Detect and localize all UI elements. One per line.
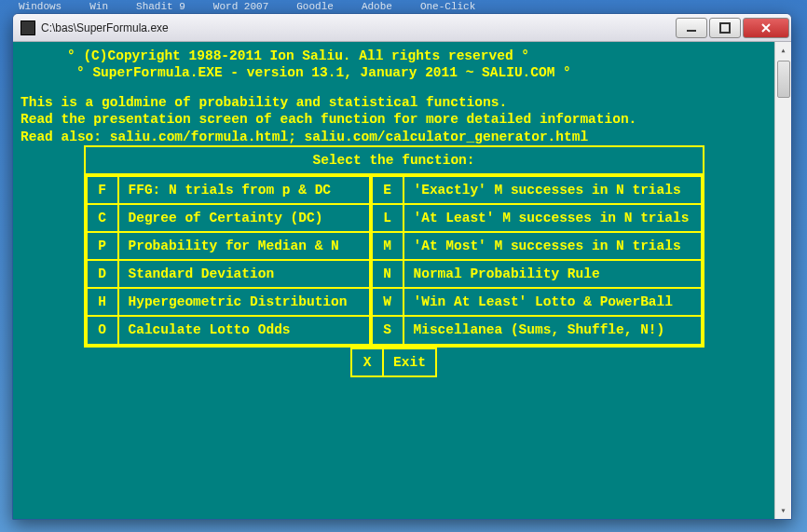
- close-button[interactable]: [743, 18, 789, 38]
- taskbar-item[interactable]: Word 2007: [213, 1, 268, 12]
- taskbar-item[interactable]: Windows: [19, 1, 62, 12]
- vertical-scrollbar[interactable]: ▴ ▾: [774, 42, 791, 519]
- menu-item[interactable]: W'Win At Least' Lotto & PowerBall: [372, 288, 702, 316]
- menu-item[interactable]: NNormal Probability Rule: [372, 260, 702, 288]
- menu-item[interactable]: SMiscellanea (Sums, Shuffle, N!): [372, 316, 702, 344]
- svg-rect-0: [687, 30, 696, 32]
- intro-text: Read the presentation screen of each fun…: [21, 111, 767, 128]
- console-area: ° (C)Copyright 1988-2011 Ion Saliu. All …: [13, 42, 774, 519]
- menu-header: Select the function:: [86, 147, 703, 175]
- menu-item[interactable]: DStandard Deviation: [87, 260, 370, 288]
- taskbar-item[interactable]: One-Click: [420, 1, 475, 12]
- menu-box: Select the function: FFFG: N trials from…: [84, 145, 704, 348]
- svg-rect-1: [720, 23, 730, 33]
- menu-item-exit[interactable]: X Exit: [351, 348, 436, 376]
- intro-text: This is a goldmine of probability and st…: [21, 94, 767, 111]
- version-line: ° SuperFormula.EXE - version 13.1, Janua…: [21, 64, 767, 81]
- taskbar-item[interactable]: Goodle: [296, 1, 334, 12]
- scroll-down-button[interactable]: ▾: [775, 502, 791, 519]
- app-icon: [21, 20, 35, 35]
- menu-item[interactable]: L'At Least' M successes in N trials: [372, 204, 702, 232]
- taskbar-item[interactable]: Shadit 9: [136, 1, 185, 12]
- menu-item[interactable]: CDegree of Certainty (DC): [87, 204, 370, 232]
- maximize-icon: [719, 22, 731, 34]
- maximize-button[interactable]: [709, 18, 741, 38]
- menu-item[interactable]: E'Exactly' M successes in N trials: [372, 176, 702, 204]
- minimize-icon: [686, 22, 697, 34]
- minimize-button[interactable]: [676, 18, 707, 38]
- taskbar-item[interactable]: Win: [89, 1, 108, 12]
- titlebar[interactable]: C:\bas\SuperFormula.exe: [13, 14, 791, 42]
- desktop-taskbar: Windows Win Shadit 9 Word 2007 Goodle Ad…: [0, 0, 807, 13]
- menu-item[interactable]: HHypergeometric Distribution: [87, 288, 370, 316]
- intro-text: Read also: saliu.com/formula.html; saliu…: [21, 129, 767, 145]
- window-title: C:\bas\SuperFormula.exe: [41, 21, 674, 34]
- menu-item[interactable]: FFFG: N trials from p & DC: [87, 176, 370, 204]
- menu-item[interactable]: OCalculate Lotto Odds: [87, 316, 370, 344]
- taskbar-item[interactable]: Adobe: [362, 1, 392, 12]
- close-icon: [760, 22, 772, 34]
- scroll-thumb[interactable]: [777, 61, 790, 98]
- menu-item[interactable]: PProbability for Median & N: [87, 232, 370, 260]
- copyright-line: ° (C)Copyright 1988-2011 Ion Saliu. All …: [21, 48, 767, 64]
- app-window: C:\bas\SuperFormula.exe ° (C)Copyright 1…: [12, 13, 792, 520]
- scroll-up-button[interactable]: ▴: [775, 42, 791, 59]
- menu-item[interactable]: M'At Most' M successes in N trials: [372, 232, 702, 260]
